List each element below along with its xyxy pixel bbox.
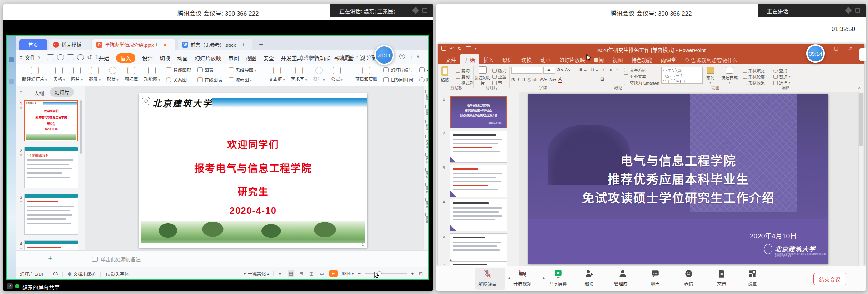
ppt-current-slide[interactable]: 电气与信息工程学院 推荐优秀应届本科毕业生 免试攻读硕士学位研究生工作介绍 20… bbox=[528, 94, 828, 264]
menu-item-review[interactable]: 审阅 bbox=[228, 54, 239, 62]
beautify-button[interactable]: ✦ 一键美化 ▴ bbox=[243, 270, 269, 277]
undo-icon[interactable]: ↺ bbox=[87, 54, 92, 61]
slideshow-view-icon[interactable]: ▭ bbox=[318, 270, 325, 277]
wps-pptx-document-tab[interactable]: P 学院办学情况介绍.pptx bbox=[92, 39, 175, 50]
zoom-percentage[interactable]: 63% ▾ bbox=[342, 271, 354, 276]
slide-thumbnail-4[interactable] bbox=[24, 240, 78, 250]
header-footer-button[interactable]: 页眉和页脚 bbox=[355, 67, 378, 82]
output-icon[interactable] bbox=[57, 54, 64, 60]
menu-item-slideshow[interactable]: 幻灯片放映 bbox=[195, 54, 221, 62]
command-search[interactable]: 查找命令... bbox=[293, 54, 322, 60]
cut-button[interactable]: 剪切 bbox=[456, 68, 470, 74]
thumbnail-scrollbar[interactable] bbox=[80, 100, 82, 154]
reading-view-icon[interactable]: ◫ bbox=[308, 270, 315, 277]
slide-scrollbar[interactable] bbox=[858, 92, 863, 266]
wps-template-tab[interactable]: ◠ 稻壳模板 bbox=[49, 39, 91, 50]
function-chart-button[interactable]: 功能图 bbox=[144, 67, 160, 82]
invite-button[interactable]: 邀请 bbox=[584, 269, 594, 287]
font-size-box[interactable]: 34 bbox=[543, 67, 555, 74]
start-video-button[interactable]: 开启视频 bbox=[513, 269, 531, 287]
ppt-thumbnail-6[interactable] bbox=[450, 261, 507, 266]
add-slide-button[interactable]: + bbox=[48, 254, 52, 263]
rail-gallery[interactable]: 图库 bbox=[425, 198, 428, 209]
quick-styles-button[interactable]: 快速样式▾ bbox=[721, 67, 738, 85]
ppt-thumbnail-1-selected[interactable]: 电气与信息工程学院 推荐优秀应届本科毕业生 免试攻读硕士学位研究生工作介绍 20… bbox=[450, 96, 507, 128]
shape-outline-button[interactable]: 形状轮廓 bbox=[743, 74, 765, 80]
smart-graphic-button[interactable]: 智能图形 bbox=[166, 66, 191, 73]
zoom-slider[interactable] bbox=[365, 273, 407, 274]
notes-input[interactable]: 单击此处添加备注 bbox=[92, 255, 141, 263]
tab-view[interactable]: 视图 bbox=[608, 54, 627, 64]
wordart-button[interactable]: 艺术字 bbox=[291, 67, 307, 82]
align-text-button[interactable]: 对齐文本 bbox=[624, 74, 646, 79]
mic-options-caret[interactable]: ▲ bbox=[508, 276, 511, 280]
menu-item-home[interactable]: 开始 bbox=[99, 54, 109, 62]
side-panel-notch[interactable] bbox=[859, 48, 866, 61]
save-icon[interactable] bbox=[47, 54, 54, 60]
menu-item-insert-active[interactable]: 插入 bbox=[116, 53, 135, 63]
tab-file[interactable]: 文件 bbox=[441, 54, 460, 64]
tab-slideshow[interactable]: 幻灯片放映 bbox=[555, 54, 589, 64]
picture-button[interactable]: 图片 bbox=[71, 67, 83, 82]
replace-button[interactable]: 替换 ▾ bbox=[773, 74, 790, 80]
meeting-timer-badge[interactable]: 39:14 bbox=[806, 44, 825, 63]
tab-review[interactable]: 审阅 bbox=[589, 54, 608, 64]
close-icon[interactable]: × bbox=[849, 45, 853, 52]
rail-selection[interactable]: 选区 bbox=[425, 153, 428, 164]
outline-tab[interactable]: 大纲 bbox=[34, 89, 44, 96]
fit-window-icon[interactable]: ⊡ bbox=[418, 270, 424, 277]
chat-button[interactable]: 聊天 bbox=[651, 269, 660, 287]
online-chart-button[interactable]: 在线图表 bbox=[197, 76, 222, 83]
shape-gallery[interactable]: ▭◫╲╲□○□△⌐¬⇨⇩◠❘⌒∿{ } bbox=[661, 67, 703, 84]
new-tab-button[interactable]: + bbox=[255, 39, 267, 50]
volume-icon[interactable] bbox=[845, 7, 852, 14]
unmute-button[interactable]: 解除静音 bbox=[478, 269, 496, 287]
collapse-ribbon-icon[interactable]: ∧ bbox=[416, 54, 420, 59]
textbox-button[interactable]: 文本框 bbox=[269, 67, 285, 82]
emoji-button[interactable]: 表情 bbox=[684, 269, 693, 287]
tab-features[interactable]: 特色功能 bbox=[627, 54, 657, 64]
desktop-icon[interactable] bbox=[9, 79, 14, 84]
screenshot-button[interactable]: 截屏 bbox=[89, 67, 101, 82]
shadow-button[interactable]: S bbox=[527, 77, 531, 82]
menu-item-animation[interactable]: 动画 bbox=[177, 54, 188, 62]
menu-item-view[interactable]: 视图 bbox=[246, 54, 256, 62]
symbol-button[interactable]: 符号 bbox=[313, 67, 325, 82]
share-screen-button[interactable]: 共享屏幕 bbox=[549, 269, 567, 287]
slides-tab-active[interactable]: 幻灯片 bbox=[50, 87, 74, 97]
menu-item-design[interactable]: 设计 bbox=[142, 54, 153, 62]
notes-toggle-icon[interactable]: ≡· bbox=[277, 270, 284, 277]
flowchart-button[interactable]: 流程图 bbox=[229, 76, 256, 83]
help-icon[interactable]: ? bbox=[399, 54, 405, 59]
rail-transition[interactable]: 切换 bbox=[425, 105, 428, 116]
menu-item-security[interactable]: 安全 bbox=[263, 54, 274, 62]
date-time-button[interactable]: 日期和时间 bbox=[383, 76, 413, 83]
play-slideshow-button[interactable]: ▶ bbox=[329, 270, 338, 277]
mindmap-button[interactable]: 思维导图 bbox=[229, 66, 256, 73]
relation-chart-button[interactable]: 关系图 bbox=[166, 76, 191, 83]
table-button[interactable]: 表格 bbox=[53, 67, 65, 82]
docs-button[interactable]: 文档 bbox=[717, 269, 726, 287]
font-color-button[interactable]: A bbox=[558, 76, 562, 83]
grow-font-icon[interactable]: A˄ bbox=[557, 67, 563, 72]
print-preview-icon[interactable] bbox=[77, 54, 84, 60]
attachment-button[interactable]: 附件 bbox=[419, 76, 428, 83]
expand-icon[interactable] bbox=[422, 8, 427, 13]
find-button[interactable]: 查找 bbox=[773, 68, 787, 74]
list-buttons[interactable]: ⠿≡ ⠿≡ ⇤⇥ ↕ bbox=[579, 67, 619, 72]
rail-style[interactable]: 风格 bbox=[425, 213, 428, 224]
shapes-button[interactable]: 形状 bbox=[107, 67, 119, 82]
more-menu-icon[interactable]: ⋮ bbox=[408, 53, 414, 60]
rail-wordart[interactable]: 艺术字 bbox=[425, 135, 428, 149]
expand-icon[interactable] bbox=[855, 8, 860, 13]
alignment-buttons[interactable]: ≡≡≡≡ ⊟ bbox=[579, 76, 606, 82]
object-button[interactable]: 对象 bbox=[419, 66, 428, 73]
paste-button[interactable]: 粘贴 bbox=[441, 66, 449, 82]
new-slide-button[interactable]: 新建幻灯片 bbox=[22, 67, 47, 82]
file-menu[interactable]: ≡ 文件 ∨ bbox=[20, 54, 41, 61]
desktop-icon[interactable] bbox=[9, 57, 14, 62]
rail-icons[interactable]: 图标 bbox=[425, 168, 428, 179]
wps-docx-document-tab[interactable]: W 前言（无参考）.docx bbox=[178, 39, 252, 50]
wps-home-tab[interactable]: 首页 bbox=[19, 39, 47, 50]
shrink-font-icon[interactable]: A˅ bbox=[565, 67, 571, 72]
